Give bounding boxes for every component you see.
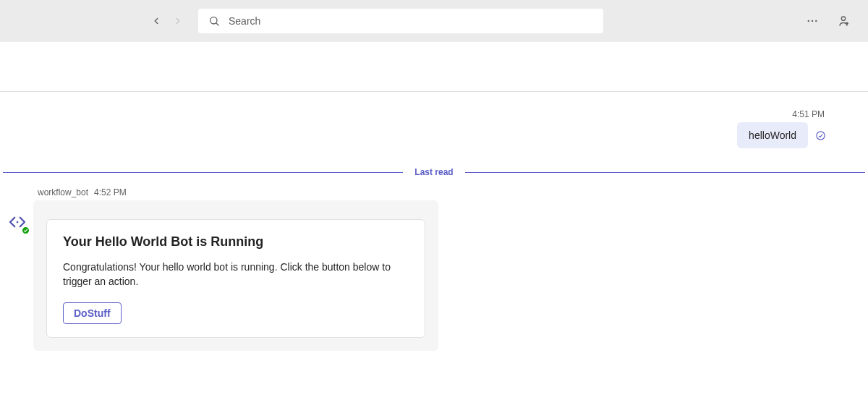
- outgoing-message: 4:51 PM helloWorld: [0, 92, 868, 154]
- title-bar-actions: [806, 14, 851, 28]
- presence-badge-icon: [21, 226, 30, 235]
- svg-line-1: [216, 23, 218, 25]
- outgoing-row: helloWorld: [737, 122, 826, 148]
- forward-button[interactable]: [169, 12, 187, 30]
- svg-point-3: [812, 20, 813, 22]
- search-box[interactable]: [198, 9, 603, 33]
- title-bar: [0, 0, 868, 42]
- message-timestamp: 4:51 PM: [792, 109, 825, 119]
- svg-point-2: [808, 20, 809, 22]
- card-body: Congratulations! Your hello world bot is…: [63, 260, 409, 289]
- nav-arrows: [148, 12, 187, 30]
- people-icon[interactable]: [836, 14, 851, 28]
- incoming-message: workflow_bot 4:52 PM Your Hello World Bo…: [0, 187, 868, 351]
- last-read-divider: Last read: [0, 167, 868, 177]
- svg-point-6: [846, 22, 848, 25]
- more-icon[interactable]: [806, 14, 819, 27]
- svg-point-5: [841, 17, 845, 20]
- search-input[interactable]: [229, 15, 593, 27]
- message-timestamp: 4:52 PM: [94, 187, 127, 197]
- bot-avatar[interactable]: [6, 210, 29, 234]
- incoming-column: workflow_bot 4:52 PM Your Hello World Bo…: [33, 187, 438, 351]
- chat-area: 4:51 PM helloWorld Last read: [0, 92, 868, 351]
- incoming-meta: workflow_bot 4:52 PM: [38, 187, 438, 197]
- do-stuff-button[interactable]: DoStuff: [63, 302, 122, 324]
- adaptive-card: Your Hello World Bot is Running Congratu…: [46, 219, 425, 338]
- message-card-container: Your Hello World Bot is Running Congratu…: [33, 200, 438, 351]
- back-button[interactable]: [148, 12, 165, 30]
- last-read-label: Last read: [403, 167, 464, 177]
- outgoing-bubble[interactable]: helloWorld: [737, 122, 808, 148]
- card-title: Your Hello World Bot is Running: [63, 234, 409, 250]
- search-icon: [208, 15, 220, 27]
- svg-point-8: [17, 221, 19, 224]
- svg-point-4: [815, 20, 817, 22]
- subheader: [0, 42, 868, 92]
- svg-point-7: [817, 131, 825, 139]
- message-text: helloWorld: [749, 129, 796, 141]
- sender-name: workflow_bot: [38, 187, 88, 197]
- sent-check-icon: [815, 130, 826, 141]
